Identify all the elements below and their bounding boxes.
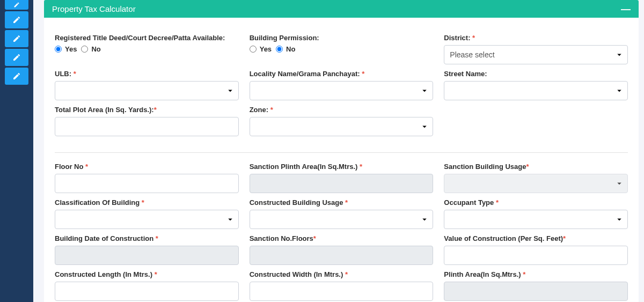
sidebar-btn-3[interactable] [5,30,28,47]
plinth-area-input [444,282,628,301]
sidebar-btn-5[interactable] [5,68,28,85]
building-permission-no-text: No [286,45,295,53]
sanction-plinth-label: Sanction Plinth Area(In Sq.Mtrs.) * [250,163,434,171]
ulb-select[interactable] [55,81,239,100]
plinth-area-label: Plinth Area(In Sq.Mtrs.) * [444,270,628,278]
edit-icon [12,16,21,24]
constructed-length-label: Constructed Length (In Mtrs.) * [55,270,239,278]
sanction-floors-label: Sanction No.Floors* [250,234,434,242]
floor-no-label: Floor No * [55,163,239,171]
constructed-usage-label: Constructed Building Usage * [250,198,434,207]
panel-title: Property Tax Calculator [52,4,136,13]
building-permission-yes-text: Yes [260,45,272,53]
panel-body: Registered Title Deed/Court Decree/Patta… [44,18,639,302]
district-label: District: * [444,34,628,42]
sidebar-btn-2[interactable] [5,11,28,28]
sanction-plinth-input [250,174,434,193]
title-deed-label: Registered Title Deed/Court Decree/Patta… [55,34,239,42]
main-content: Property Tax Calculator — Registered Tit… [33,0,644,302]
zone-select[interactable] [250,117,434,136]
building-permission-label: Building Permission: [250,34,434,42]
collapse-icon[interactable]: — [621,6,631,12]
sidebar [0,0,33,302]
building-permission-no-radio[interactable] [276,46,283,53]
section-divider [55,152,628,153]
classification-label: Classification Of Building * [55,198,239,207]
constructed-length-input[interactable] [55,282,239,301]
value-construction-input[interactable] [444,246,628,265]
street-name-label: Street Name: [444,70,628,78]
value-construction-label: Value of Construction (Per Sq. Feet)* [444,234,628,242]
sanction-floors-input [250,246,434,265]
occupant-type-label: Occupant Type * [444,198,628,207]
plot-area-label: Total Plot Area (In Sq. Yards.):* [55,106,239,114]
title-deed-no-radio[interactable] [81,46,88,53]
calculator-panel: Property Tax Calculator — Registered Tit… [44,0,639,302]
district-select[interactable]: Please select [444,45,628,64]
plot-area-input[interactable] [55,117,239,136]
locality-label: Locality Name/Grama Panchayat: * [250,70,434,78]
zone-label: Zone: * [250,106,434,114]
occupant-type-select[interactable] [444,210,628,229]
building-permission-yes-radio[interactable] [250,46,257,53]
title-deed-yes-text: Yes [65,45,77,53]
street-name-select[interactable] [444,81,628,100]
title-deed-no-text: No [91,45,100,53]
sanction-usage-label: Sanction Building Usage* [444,163,628,171]
sidebar-btn-4[interactable] [5,49,28,66]
constructed-width-input[interactable] [250,282,434,301]
building-date-label: Building Date of Construction * [55,234,239,242]
panel-header: Property Tax Calculator — [44,0,639,18]
edit-icon [12,72,21,80]
edit-icon [12,53,21,62]
sanction-usage-select [444,174,628,193]
sidebar-btn-1[interactable] [5,0,28,10]
constructed-width-label: Constructed Width (In Mtrs.) * [250,270,434,278]
building-date-input [55,246,239,265]
edit-icon [12,34,21,43]
edit-icon [13,2,20,8]
floor-no-input[interactable] [55,174,239,193]
locality-select[interactable] [250,81,434,100]
classification-select[interactable] [55,210,239,229]
title-deed-yes-radio[interactable] [55,46,62,53]
ulb-label: ULB: * [55,70,239,78]
constructed-usage-select[interactable] [250,210,434,229]
